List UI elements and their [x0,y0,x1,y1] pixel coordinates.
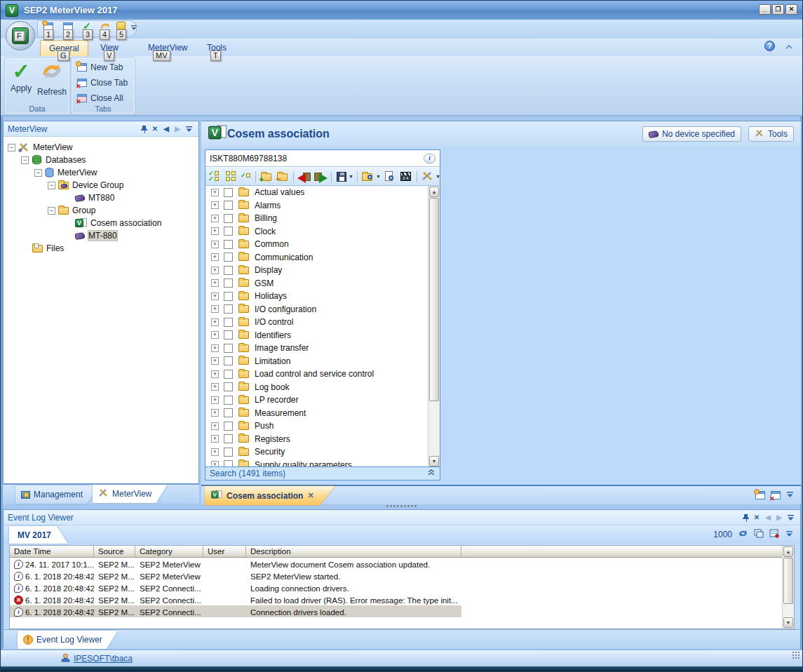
expand-icon[interactable] [211,357,219,365]
expand-icon[interactable] [211,383,219,391]
category-label[interactable]: Common [255,239,289,249]
save-icon[interactable] [335,170,348,183]
category-label[interactable]: Holidays [255,291,287,301]
expand-icon[interactable] [211,344,219,352]
category-label[interactable]: Display [255,265,282,275]
category-checkbox[interactable] [224,318,233,327]
category-label[interactable]: Limitation [255,356,290,366]
category-row[interactable]: Security [205,445,428,459]
expand-icon[interactable] [211,293,219,300]
category-checkbox[interactable] [224,304,233,314]
help-icon[interactable]: ? [764,41,775,51]
close-doc-tab-icon[interactable]: ✕ [307,491,313,500]
event-row[interactable]: 6. 1. 2018 20:48:42 SEP2 M... SEP2 Conne… [10,593,794,605]
category-checkbox[interactable] [224,292,233,301]
category-label[interactable]: Identifiers [255,330,291,340]
tools-dropdown-icon[interactable]: ▼ [436,174,440,179]
expand-icon[interactable] [211,422,219,430]
expand-search-icon[interactable] [427,469,436,478]
column-description[interactable]: Description [246,546,461,557]
category-row[interactable]: Measurement [205,407,428,420]
category-row[interactable]: Limitation [205,355,428,368]
read-from-device-icon[interactable] [297,170,311,183]
column-date-time[interactable]: Date Time [10,546,94,557]
event-row[interactable]: 6. 1. 2018 20:48:42 SEP2 M... SEP2 Meter… [10,570,794,582]
category-checkbox[interactable] [224,448,233,457]
print-preview-icon[interactable] [383,170,397,183]
scroll-down-icon[interactable]: ▼ [429,456,439,466]
category-row[interactable]: LP recorder [205,394,428,407]
category-row[interactable]: Identifiers [205,329,428,342]
category-checkbox[interactable] [224,201,233,210]
category-label[interactable]: Push [255,421,274,431]
pin-icon[interactable] [138,123,149,135]
check-all-icon[interactable]: ✓✓ [208,170,222,183]
column-source[interactable]: Source [94,546,135,557]
category-label[interactable]: Measurement [255,408,306,418]
expand-icon[interactable] [211,267,219,274]
close-all-button[interactable]: Close All [74,91,126,105]
expand-icon[interactable] [211,201,219,209]
expand-icon[interactable] [211,189,219,196]
tab-cosem-association[interactable]: V Cosem association ✕ [205,486,335,505]
collapse-ribbon-icon[interactable] [785,42,793,52]
close-tab-button[interactable]: Close Tab [74,76,130,90]
expand-icon[interactable] [48,182,55,189]
column-user[interactable]: User [203,546,246,557]
category-label[interactable]: Registers [255,434,290,444]
panel-menu-icon[interactable] [183,123,194,135]
write-to-device-icon[interactable] [313,170,328,183]
category-label[interactable]: Load control and service control [255,369,374,379]
event-row[interactable]: 6. 1. 2018 20:48:42 SEP2 M... SEP2 Conne… [10,582,794,593]
category-checkbox[interactable] [224,344,233,353]
toolbar-tools-icon[interactable] [421,170,435,183]
expand-icon[interactable] [211,241,219,248]
nav-back-icon[interactable]: ◀ [161,123,172,135]
close-document-icon[interactable] [771,491,781,499]
nav-back-icon[interactable]: ◀ [762,512,774,523]
horizontal-splitter[interactable] [386,504,418,508]
expand-icon[interactable] [211,215,219,222]
close-button[interactable]: ✕ [785,4,797,15]
expand-icon[interactable] [211,409,219,417]
save-dropdown-icon[interactable]: ▼ [349,174,353,179]
category-row[interactable]: Alarms [205,199,428,213]
device-name-field[interactable]: ISKT880M69788138 i [205,150,440,167]
tree-item-meterview-db[interactable]: MeterView [34,166,229,179]
category-checkbox[interactable] [224,422,233,431]
log-menu-icon[interactable] [785,530,793,539]
category-row[interactable]: Registers [205,433,428,446]
folder-view-dropdown-icon[interactable]: ▼ [376,174,381,179]
category-checkbox[interactable] [224,227,233,236]
tab-event-log-viewer[interactable]: ! Event Log Viewer [18,631,118,649]
category-checkbox[interactable] [224,266,233,275]
tree-item-databases[interactable]: Databases [21,154,216,166]
expand-icon[interactable] [211,279,219,287]
category-label[interactable]: LP recorder [255,395,298,405]
search-bar[interactable]: Search (1491 items) [205,466,440,480]
expand-icon[interactable] [211,227,219,235]
expand-icon[interactable] [211,253,219,261]
expand-icon[interactable] [211,448,219,456]
user-account-link[interactable]: IPESOFT\tbaca [74,654,133,664]
category-checkbox[interactable] [224,188,233,197]
expand-icon[interactable] [34,169,42,177]
scroll-down-icon[interactable]: ▼ [783,617,793,628]
tab-management[interactable]: Management [15,485,98,504]
tree-item-meterview-root[interactable]: MeterView [8,141,203,154]
tools-button[interactable]: Tools [748,126,794,142]
scroll-up-icon[interactable]: ▲ [783,546,793,557]
event-log-scrollbar[interactable]: ▲ ▼ [782,546,794,629]
category-label[interactable]: Actual values [255,187,304,197]
category-row[interactable]: GSM [205,277,428,290]
expand-icon[interactable] [211,370,219,378]
category-scrollbar[interactable]: ▲ ▼ [428,186,440,467]
category-checkbox[interactable] [224,330,233,340]
close-panel-icon[interactable]: ✕ [751,512,762,523]
expand-icon[interactable] [8,144,15,152]
category-label[interactable]: I/O configuration [255,304,316,314]
category-row[interactable]: Actual values [205,186,428,199]
folder-add-icon[interactable]: + [259,170,274,183]
maximize-button[interactable]: ❐ [772,4,784,15]
nav-forward-icon[interactable]: ▶ [172,123,183,135]
